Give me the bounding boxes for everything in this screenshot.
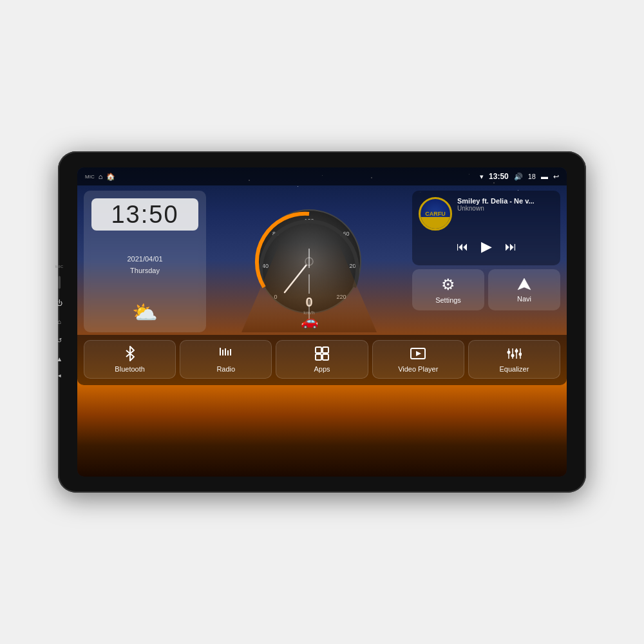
clock-panel: 13:50 2021/04/01 Thursday ⛅ (84, 191, 206, 332)
svg-marker-16 (518, 278, 531, 290)
car-head-unit: MIC ⏻ ⌂ ↺ ▲ ◄ MIC ⌂ 🏠 (58, 151, 586, 493)
music-panel: CARFU Smiley ft. Delia - Ne v... Unknown… (412, 191, 560, 265)
music-controls: ⏮ ▶ ⏭ (419, 234, 554, 259)
bottom-app-bar: Bluetooth Radio (77, 335, 567, 385)
equalizer-icon (506, 346, 522, 361)
clock-display: 13:50 (91, 198, 198, 231)
volume-status-icon: 🔊 (514, 173, 523, 181)
speedometer-panel: 120 160 200 220 80 40 0 (211, 191, 407, 332)
main-content: 13:50 2021/04/01 Thursday ⛅ (77, 185, 567, 477)
video-player-label: Video Player (398, 365, 438, 373)
rst-button[interactable] (58, 276, 61, 289)
svg-rect-19 (225, 348, 226, 355)
radio-label: Radio (216, 365, 235, 373)
car-icon: 🚗 (301, 313, 318, 330)
video-player-button[interactable]: Video Player (372, 340, 464, 379)
music-header: CARFU Smiley ft. Delia - Ne v... Unknown (419, 197, 554, 231)
clock-date: 2021/04/01 Thursday (127, 254, 162, 276)
back-status-icon[interactable]: ↩ (553, 173, 559, 181)
vol-down-icon[interactable]: ◄ (57, 373, 62, 379)
status-right: ▾ 13:50 🔊 18 ▬ ↩ (480, 172, 559, 181)
settings-navi-row: ⚙ Settings Navi (412, 269, 560, 310)
back-side-icon[interactable]: ↺ (57, 337, 62, 344)
status-left: MIC ⌂ 🏠 (85, 173, 115, 181)
settings-icon: ⚙ (441, 276, 455, 294)
equalizer-label: Equalizer (499, 365, 529, 373)
svg-rect-24 (316, 354, 321, 360)
wifi-status-icon: ▾ (480, 173, 484, 181)
svg-rect-17 (220, 348, 221, 355)
mic-label: MIC (55, 265, 64, 269)
navi-button[interactable]: Navi (488, 269, 560, 310)
apps-label: Apps (314, 365, 330, 373)
svg-rect-20 (227, 350, 229, 355)
clock-time: 13:50 (100, 202, 189, 227)
navi-icon (516, 277, 532, 292)
status-time: 13:50 (489, 172, 509, 181)
weather-icon: ⛅ (132, 300, 158, 325)
side-buttons: MIC ⏻ ⌂ ↺ ▲ ◄ (55, 265, 64, 380)
music-artist: Unknown (457, 205, 554, 212)
svg-point-29 (507, 351, 511, 354)
music-info: Smiley ft. Delia - Ne v... Unknown (457, 197, 554, 212)
bluetooth-label: Bluetooth (115, 365, 144, 373)
svg-point-31 (511, 354, 515, 357)
music-title: Smiley ft. Delia - Ne v... (457, 197, 554, 205)
svg-rect-25 (323, 354, 328, 360)
prev-button[interactable]: ⏮ (457, 240, 468, 254)
screen: MIC ⌂ 🏠 ▾ 13:50 🔊 18 ▬ ↩ 1 (77, 167, 567, 477)
panels-row: 13:50 2021/04/01 Thursday ⛅ (77, 185, 567, 335)
svg-point-35 (519, 353, 522, 356)
volume-level: 18 (528, 173, 536, 180)
status-bar: MIC ⌂ 🏠 ▾ 13:50 🔊 18 ▬ ↩ (77, 167, 567, 185)
svg-rect-21 (230, 349, 231, 355)
next-button[interactable]: ⏭ (505, 240, 516, 254)
equalizer-button[interactable]: Equalizer (468, 340, 560, 379)
svg-marker-27 (416, 351, 421, 356)
radio-icon (218, 346, 234, 361)
bluetooth-button[interactable]: Bluetooth (84, 340, 176, 379)
house-status-icon[interactable]: 🏠 (106, 173, 115, 181)
music-logo: CARFU (419, 197, 452, 231)
radio-button[interactable]: Radio (180, 340, 272, 379)
svg-rect-22 (316, 347, 321, 353)
home-side-icon[interactable]: ⌂ (57, 318, 61, 325)
svg-rect-23 (323, 347, 328, 353)
music-logo-text: CARFU (425, 211, 446, 217)
video-player-icon (410, 346, 426, 361)
settings-label: Settings (435, 296, 461, 304)
power-icon[interactable]: ⏻ (56, 299, 62, 307)
battery-status-icon: ▬ (541, 173, 548, 180)
home-status-icon[interactable]: ⌂ (99, 173, 103, 180)
bluetooth-icon (122, 346, 138, 361)
apps-icon (314, 346, 330, 361)
apps-button[interactable]: Apps (276, 340, 368, 379)
play-button[interactable]: ▶ (481, 238, 492, 255)
settings-button[interactable]: ⚙ Settings (412, 269, 484, 310)
navi-label: Navi (517, 295, 531, 303)
right-panels: CARFU Smiley ft. Delia - Ne v... Unknown… (412, 191, 560, 332)
road-svg (211, 191, 407, 332)
mic-status-label: MIC (85, 174, 95, 180)
svg-point-33 (515, 350, 518, 353)
vol-up-icon[interactable]: ▲ (56, 355, 62, 363)
svg-rect-18 (222, 350, 223, 355)
